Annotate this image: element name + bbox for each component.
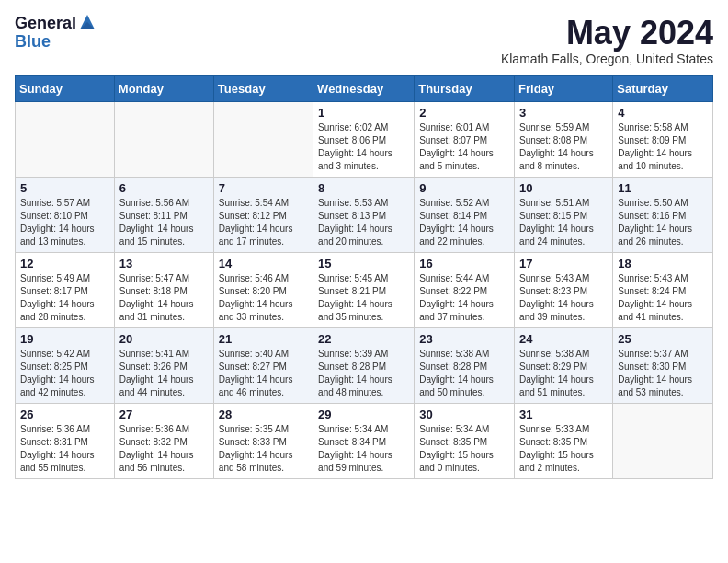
- day-info: Sunrise: 5:36 AMSunset: 8:32 PMDaylight:…: [119, 423, 209, 475]
- day-number: 28: [219, 408, 308, 421]
- location: Klamath Falls, Oregon, United States: [501, 52, 713, 66]
- day-info: Sunrise: 5:46 AMSunset: 8:20 PMDaylight:…: [219, 272, 308, 324]
- day-info: Sunrise: 5:57 AMSunset: 8:10 PMDaylight:…: [20, 197, 109, 248]
- calendar-day-cell: [16, 101, 115, 177]
- calendar-day-cell: 23Sunrise: 5:38 AMSunset: 8:28 PMDayligh…: [415, 327, 515, 403]
- weekday-header-wednesday: Wednesday: [313, 75, 415, 101]
- day-number: 7: [219, 181, 308, 195]
- calendar-day-cell: 3Sunrise: 5:59 AMSunset: 8:08 PMDaylight…: [515, 101, 613, 177]
- day-info: Sunrise: 6:01 AMSunset: 8:07 PMDaylight:…: [419, 121, 509, 173]
- day-number: 29: [318, 408, 409, 421]
- calendar-day-cell: 5Sunrise: 5:57 AMSunset: 8:10 PMDaylight…: [16, 177, 115, 252]
- calendar-day-cell: 19Sunrise: 5:42 AMSunset: 8:25 PMDayligh…: [16, 327, 115, 403]
- day-number: 15: [318, 257, 409, 270]
- logo-icon: [78, 13, 97, 31]
- day-info: Sunrise: 5:47 AMSunset: 8:18 PMDaylight:…: [119, 272, 209, 324]
- weekday-header-sunday: Sunday: [16, 75, 115, 101]
- calendar-day-cell: 18Sunrise: 5:43 AMSunset: 8:24 PMDayligh…: [613, 252, 713, 327]
- day-info: Sunrise: 5:54 AMSunset: 8:12 PMDaylight:…: [219, 197, 308, 248]
- day-info: Sunrise: 5:43 AMSunset: 8:24 PMDaylight:…: [618, 272, 708, 324]
- day-info: Sunrise: 6:02 AMSunset: 8:06 PMDaylight:…: [318, 121, 409, 173]
- logo-general: General: [15, 15, 76, 33]
- day-info: Sunrise: 5:38 AMSunset: 8:28 PMDaylight:…: [419, 348, 509, 399]
- day-info: Sunrise: 5:34 AMSunset: 8:35 PMDaylight:…: [419, 423, 509, 475]
- weekday-header-monday: Monday: [114, 75, 213, 101]
- calendar-day-cell: 7Sunrise: 5:54 AMSunset: 8:12 PMDaylight…: [213, 177, 313, 252]
- day-info: Sunrise: 5:59 AMSunset: 8:08 PMDaylight:…: [519, 121, 608, 173]
- day-info: Sunrise: 5:44 AMSunset: 8:22 PMDaylight:…: [419, 272, 509, 324]
- calendar-day-cell: 2Sunrise: 6:01 AMSunset: 8:07 PMDaylight…: [415, 101, 515, 177]
- calendar-day-cell: 20Sunrise: 5:41 AMSunset: 8:26 PMDayligh…: [114, 327, 213, 403]
- calendar-day-cell: [613, 403, 713, 478]
- day-info: Sunrise: 5:36 AMSunset: 8:31 PMDaylight:…: [20, 423, 109, 475]
- calendar-day-cell: [213, 101, 313, 177]
- day-number: 14: [219, 257, 308, 270]
- calendar-week-row: 19Sunrise: 5:42 AMSunset: 8:25 PMDayligh…: [16, 327, 713, 403]
- calendar-week-row: 1Sunrise: 6:02 AMSunset: 8:06 PMDaylight…: [16, 101, 713, 177]
- day-info: Sunrise: 5:50 AMSunset: 8:16 PMDaylight:…: [618, 197, 708, 248]
- day-number: 5: [20, 181, 109, 195]
- weekday-header-thursday: Thursday: [415, 75, 515, 101]
- day-number: 24: [519, 332, 608, 346]
- day-number: 8: [318, 181, 409, 195]
- day-number: 11: [618, 181, 708, 195]
- calendar-week-row: 12Sunrise: 5:49 AMSunset: 8:17 PMDayligh…: [16, 252, 713, 327]
- day-info: Sunrise: 5:51 AMSunset: 8:15 PMDaylight:…: [519, 197, 608, 248]
- day-info: Sunrise: 5:56 AMSunset: 8:11 PMDaylight:…: [119, 197, 209, 248]
- day-number: 31: [519, 408, 608, 421]
- calendar-day-cell: 27Sunrise: 5:36 AMSunset: 8:32 PMDayligh…: [114, 403, 213, 478]
- day-info: Sunrise: 5:42 AMSunset: 8:25 PMDaylight:…: [20, 348, 109, 399]
- day-number: 1: [318, 106, 409, 120]
- calendar-day-cell: 22Sunrise: 5:39 AMSunset: 8:28 PMDayligh…: [313, 327, 415, 403]
- day-number: 13: [119, 257, 209, 270]
- day-number: 30: [419, 408, 509, 421]
- day-number: 16: [419, 257, 509, 270]
- day-number: 17: [519, 257, 608, 270]
- calendar-day-cell: 29Sunrise: 5:34 AMSunset: 8:34 PMDayligh…: [313, 403, 415, 478]
- day-number: 27: [119, 408, 209, 421]
- day-number: 9: [419, 181, 509, 195]
- day-info: Sunrise: 5:58 AMSunset: 8:09 PMDaylight:…: [618, 121, 708, 173]
- calendar-day-cell: 11Sunrise: 5:50 AMSunset: 8:16 PMDayligh…: [613, 177, 713, 252]
- day-number: 20: [119, 332, 209, 346]
- day-info: Sunrise: 5:38 AMSunset: 8:29 PMDaylight:…: [519, 348, 608, 399]
- calendar-day-cell: 26Sunrise: 5:36 AMSunset: 8:31 PMDayligh…: [16, 403, 115, 478]
- day-number: 10: [519, 181, 608, 195]
- calendar-day-cell: [114, 101, 213, 177]
- calendar-day-cell: 30Sunrise: 5:34 AMSunset: 8:35 PMDayligh…: [415, 403, 515, 478]
- calendar-day-cell: 4Sunrise: 5:58 AMSunset: 8:09 PMDaylight…: [613, 101, 713, 177]
- calendar-day-cell: 9Sunrise: 5:52 AMSunset: 8:14 PMDaylight…: [415, 177, 515, 252]
- weekday-header-tuesday: Tuesday: [213, 75, 313, 101]
- calendar-day-cell: 14Sunrise: 5:46 AMSunset: 8:20 PMDayligh…: [213, 252, 313, 327]
- weekday-header-row: SundayMondayTuesdayWednesdayThursdayFrid…: [16, 75, 713, 101]
- calendar-day-cell: 16Sunrise: 5:44 AMSunset: 8:22 PMDayligh…: [415, 252, 515, 327]
- calendar-day-cell: 31Sunrise: 5:33 AMSunset: 8:35 PMDayligh…: [515, 403, 613, 478]
- day-info: Sunrise: 5:41 AMSunset: 8:26 PMDaylight:…: [119, 348, 209, 399]
- day-number: 19: [20, 332, 109, 346]
- calendar-day-cell: 13Sunrise: 5:47 AMSunset: 8:18 PMDayligh…: [114, 252, 213, 327]
- day-number: 26: [20, 408, 109, 421]
- calendar-day-cell: 21Sunrise: 5:40 AMSunset: 8:27 PMDayligh…: [213, 327, 313, 403]
- logo-blue: Blue: [15, 33, 97, 52]
- day-info: Sunrise: 5:33 AMSunset: 8:35 PMDaylight:…: [519, 423, 608, 475]
- day-info: Sunrise: 5:34 AMSunset: 8:34 PMDaylight:…: [318, 423, 409, 475]
- weekday-header-friday: Friday: [515, 75, 613, 101]
- day-info: Sunrise: 5:53 AMSunset: 8:13 PMDaylight:…: [318, 197, 409, 248]
- calendar-table: SundayMondayTuesdayWednesdayThursdayFrid…: [15, 75, 713, 479]
- weekday-header-saturday: Saturday: [613, 75, 713, 101]
- day-info: Sunrise: 5:43 AMSunset: 8:23 PMDaylight:…: [519, 272, 608, 324]
- day-number: 12: [20, 257, 109, 270]
- calendar-day-cell: 6Sunrise: 5:56 AMSunset: 8:11 PMDaylight…: [114, 177, 213, 252]
- calendar-week-row: 5Sunrise: 5:57 AMSunset: 8:10 PMDaylight…: [16, 177, 713, 252]
- calendar-week-row: 26Sunrise: 5:36 AMSunset: 8:31 PMDayligh…: [16, 403, 713, 478]
- day-info: Sunrise: 5:39 AMSunset: 8:28 PMDaylight:…: [318, 348, 409, 399]
- calendar-day-cell: 8Sunrise: 5:53 AMSunset: 8:13 PMDaylight…: [313, 177, 415, 252]
- day-number: 6: [119, 181, 209, 195]
- calendar-day-cell: 10Sunrise: 5:51 AMSunset: 8:15 PMDayligh…: [515, 177, 613, 252]
- calendar-day-cell: 15Sunrise: 5:45 AMSunset: 8:21 PMDayligh…: [313, 252, 415, 327]
- page-header: General Blue May 2024 Klamath Falls, Ore…: [15, 15, 713, 66]
- day-number: 3: [519, 106, 608, 120]
- calendar-day-cell: 25Sunrise: 5:37 AMSunset: 8:30 PMDayligh…: [613, 327, 713, 403]
- day-info: Sunrise: 5:37 AMSunset: 8:30 PMDaylight:…: [618, 348, 708, 399]
- day-info: Sunrise: 5:45 AMSunset: 8:21 PMDaylight:…: [318, 272, 409, 324]
